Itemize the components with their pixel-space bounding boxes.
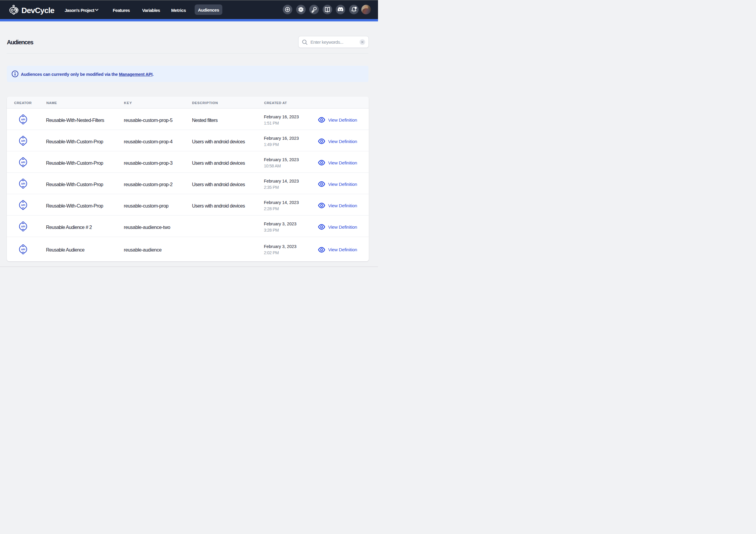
svg-text:API: API (21, 161, 25, 164)
svg-text:API: API (21, 182, 25, 185)
svg-text:API: API (21, 140, 25, 142)
svg-text:API: API (21, 225, 25, 228)
svg-text:API: API (21, 204, 25, 207)
svg-text:API: API (21, 248, 25, 251)
svg-text:API: API (21, 118, 25, 121)
